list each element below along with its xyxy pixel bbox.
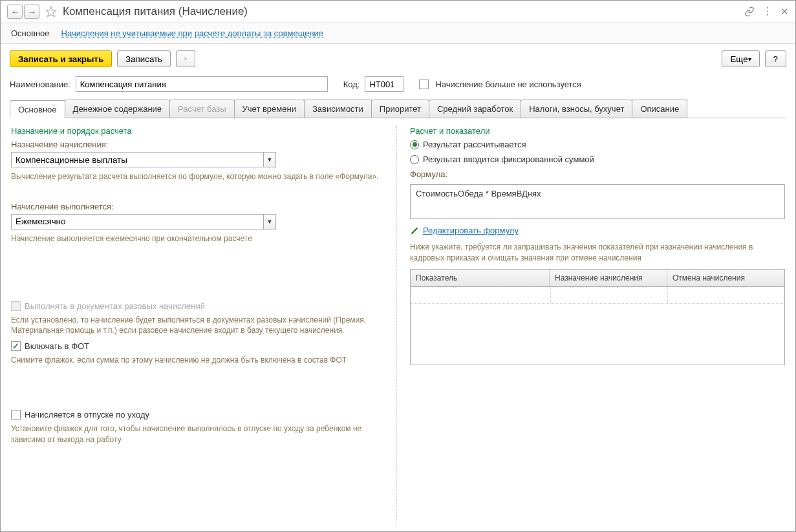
not-used-checkbox[interactable] [419,80,429,89]
purpose-hint: Вычисление результата расчета выполняетс… [11,171,386,182]
oneoff-hint: Если установлено, то начисление будет вы… [11,315,386,337]
oneoff-label: Выполнять в документах разовых начислени… [25,301,205,311]
edit-formula-link[interactable]: Редактировать формулу [423,226,519,235]
vacation-label: Начисляется в отпуске по уходу [25,410,149,420]
tab-tax[interactable]: Налоги, взносы, бухучет [521,100,632,118]
link-icon[interactable] [744,6,755,17]
tab-time[interactable]: Учет времени [234,100,305,118]
menu-icon[interactable]: ⋮ [762,6,773,17]
indicators-table: Показатель Назначение начисления Отмена … [410,269,785,365]
code-label: Код: [343,80,360,89]
radio-calculated[interactable] [410,140,419,149]
formula-box[interactable]: СтоимостьОбеда * ВремяВДнях [410,184,785,219]
vacation-hint: Установите флажок для того, чтобы начисл… [11,423,386,445]
radio-fixed[interactable] [410,155,419,164]
tab-money[interactable]: Денежное содержание [65,100,170,118]
nav-tab-exclusions[interactable]: Начисления не учитываемые при расчете до… [61,28,324,38]
name-label: Наименование: [10,80,70,89]
left-section-title: Назначение и порядок расчета [11,126,386,136]
close-icon[interactable]: ✕ [780,6,789,17]
window-title: Компенсация питания (Начисление) [63,5,744,18]
name-input[interactable] [76,76,328,92]
tab-avg[interactable]: Средний заработок [429,100,521,118]
not-used-label: Начисление больше не используется [435,80,581,89]
back-button[interactable]: ← [7,5,23,19]
purpose-label: Назначение начисления: [11,140,386,149]
formula-label: Формула: [410,169,785,179]
vacation-checkbox[interactable] [11,410,21,420]
perform-select[interactable] [11,214,263,229]
code-input[interactable] [365,76,403,92]
save-button[interactable]: Записать [117,50,171,67]
perform-label: Начисление выполняется: [11,202,386,211]
purpose-select[interactable] [11,152,263,167]
save-close-button[interactable]: Записать и закрыть [10,50,112,67]
nav-tab-main[interactable]: Основное [11,28,50,38]
purpose-dropdown-icon[interactable]: ▼ [263,152,276,167]
radio-calculated-label: Результат рассчитывается [423,140,526,149]
table-row[interactable] [411,287,784,304]
tab-desc[interactable]: Описание [632,100,687,118]
fot-checkbox[interactable]: ✓ [11,341,21,351]
help-button[interactable]: ? [765,50,786,67]
th-assign[interactable]: Назначение начисления [550,270,667,286]
fot-hint: Снимите флажок, если сумма по этому начи… [11,355,386,366]
list-button[interactable] [176,50,195,67]
svg-marker-0 [47,7,56,17]
more-button[interactable]: Еще [722,50,759,67]
th-indicator[interactable]: Показатель [411,270,550,286]
tab-main[interactable]: Основное [10,100,65,118]
fot-label: Включать в ФОТ [25,341,89,351]
right-section-title: Расчет и показатели [410,126,785,136]
perform-dropdown-icon[interactable]: ▼ [263,214,276,229]
radio-fixed-label: Результат вводится фиксированной суммой [423,154,594,164]
pencil-icon [410,226,419,235]
table-hint: Ниже укажите, требуется ли запрашивать з… [410,242,785,264]
forward-button[interactable]: → [24,5,39,19]
tab-deps[interactable]: Зависимости [304,100,372,118]
th-cancel[interactable]: Отмена начисления [667,270,784,286]
oneoff-checkbox [11,301,21,311]
favorite-icon[interactable] [45,5,58,18]
tab-priority[interactable]: Приоритет [371,100,429,118]
tab-base: Расчет базы [169,100,235,118]
perform-hint: Начисление выполняется ежемесячно при ок… [11,233,386,244]
